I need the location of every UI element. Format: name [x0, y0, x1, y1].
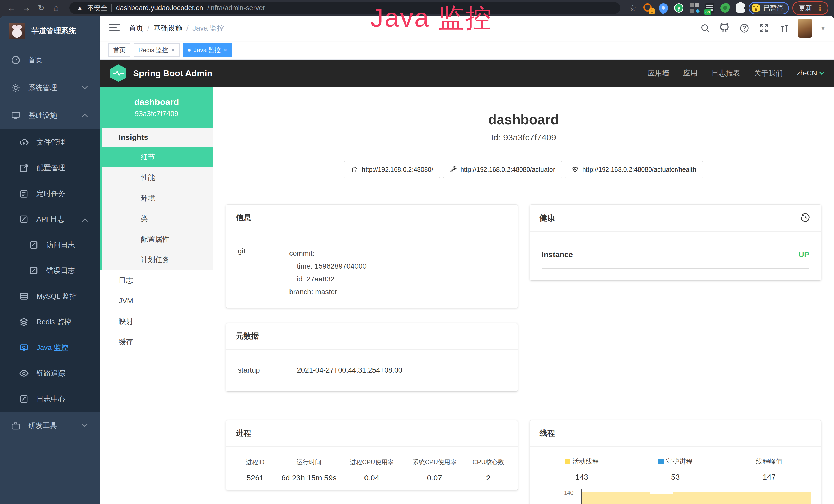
sidebar-logo[interactable]: 芋道管理系统 [0, 16, 100, 46]
active-dot [188, 48, 191, 52]
breadcrumb-home[interactable]: 首页 [129, 23, 143, 33]
legend-daemon-threads: 守护进程 53 [629, 457, 722, 481]
tab-home[interactable]: 首页 [108, 43, 130, 57]
sidebar-item-system[interactable]: 系统管理 [0, 74, 100, 102]
tab-redis-monitor[interactable]: Redis 监控 × [134, 43, 179, 57]
sidebar-item-api-log[interactable]: API 日志 [0, 206, 100, 232]
menu-item-jvm[interactable]: JVM [100, 291, 213, 311]
sidebar-item-access-log[interactable]: 访问日志 [0, 232, 100, 258]
breadcrumb-current: Java 监控 [193, 23, 224, 33]
legend-peak-threads: 线程峰值 147 [722, 457, 816, 481]
info-card-title: 信息 [226, 205, 518, 231]
sidebar-item-file-management[interactable]: 文件管理 [0, 130, 100, 155]
app-window: 芋道管理系统 首页 系统管理 基础设施 文件管理 [0, 16, 834, 504]
sidebar-item-mysql-monitor[interactable]: MySQL 监控 [0, 283, 100, 309]
threads-legend: 活动线程 143 守护进程 53 线程峰值 14 [535, 457, 816, 481]
health-url-button[interactable]: http://192.168.0.2:48080/actuator/health [565, 161, 703, 178]
process-card: 进程 进程ID 5261 运行时间 6d 23h 15m 59s [226, 420, 518, 490]
menu-item-mappings[interactable]: 映射 [100, 311, 213, 332]
menu-item-caches[interactable]: 缓存 [100, 332, 213, 352]
menu-item-classes[interactable]: 类 [102, 208, 213, 229]
extensions-puzzle-icon[interactable] [736, 3, 745, 13]
metadata-row-value: 2021-04-27T00:44:31.254+08:00 [297, 366, 402, 374]
tick-mark [575, 493, 579, 494]
sba-nav-journal[interactable]: 日志报表 [711, 68, 740, 78]
close-icon[interactable]: × [224, 47, 227, 53]
sidebar-item-error-log[interactable]: 错误日志 [0, 258, 100, 283]
browser-home-button[interactable]: ⌂ [50, 3, 62, 13]
live-threads-area [581, 492, 812, 504]
help-icon[interactable] [739, 23, 749, 33]
info-card-body: git commit: time: 1596289704000 id: 27aa… [226, 231, 518, 322]
threads-card: 线程 活动线程 143 守护进程 53 [530, 420, 821, 504]
sba-brand-title[interactable]: Spring Boot Admin [133, 68, 212, 78]
browser-reload-button[interactable]: ↻ [36, 3, 47, 13]
health-card: 健康 Instance UP [530, 205, 821, 280]
eye-icon [19, 368, 29, 378]
url-path: /infra/admin-server [207, 4, 265, 12]
menu-item-environment[interactable]: 环境 [102, 188, 213, 208]
process-cpu-column: 进程CPU使用率 0.04 [340, 458, 403, 482]
sidebar-item-redis-monitor[interactable]: Redis 监控 [0, 309, 100, 335]
sidebar-item-home[interactable]: 首页 [0, 46, 100, 74]
url-host: dashboard.yudao.iocoder.cn [116, 4, 203, 12]
sidebar-item-log-center[interactable]: 日志中心 [0, 386, 100, 412]
health-card-header: 健康 [530, 205, 821, 232]
menu-group-insights[interactable]: Insights [102, 128, 213, 147]
hamburger-icon[interactable] [109, 24, 120, 32]
sba-nav-wallboard[interactable]: 应用墙 [648, 68, 670, 78]
sba-nav-about[interactable]: 关于我们 [754, 68, 783, 78]
extension-colorzilla-icon[interactable]: 1 [643, 3, 653, 13]
browser-back-button[interactable]: ← [6, 3, 17, 13]
sidebar-item-scheduled-jobs[interactable]: 定时任务 [0, 181, 100, 206]
edit-square-icon [19, 163, 29, 173]
github-icon[interactable] [720, 23, 730, 33]
log-edit-icon [29, 240, 39, 250]
menu-item-details[interactable]: 细节 [100, 147, 213, 167]
sba-nav-applications[interactable]: 应用 [683, 68, 698, 78]
avatar-caret-icon[interactable]: ▾ [821, 24, 825, 32]
menu-item-logging[interactable]: 日志 [100, 270, 213, 291]
extension-y-icon[interactable] [674, 3, 683, 13]
sba-locale-select[interactable]: zh-CN [797, 69, 824, 77]
extension-pin-icon[interactable] [657, 2, 670, 15]
address-bar[interactable]: ▲ 不安全 dashboard.yudao.iocoder.cn/infra/a… [69, 2, 620, 14]
menu-item-metrics[interactable]: 性能 [102, 167, 213, 188]
search-icon[interactable] [700, 23, 710, 33]
sidebar-item-infrastructure[interactable]: 基础设施 [0, 102, 100, 130]
close-icon[interactable]: × [171, 47, 175, 53]
service-url-button[interactable]: http://192.168.0.2:48080/ [344, 161, 440, 178]
history-icon[interactable] [800, 212, 811, 224]
sidebar-item-config-management[interactable]: 配置管理 [0, 155, 100, 181]
instance-header[interactable]: dashboard 93a3fc7f7409 [100, 87, 213, 128]
browser-menu-icon[interactable]: ⋮ [816, 5, 824, 11]
chrome-update-button[interactable]: 更新 ⋮ [792, 1, 828, 15]
user-avatar[interactable] [798, 19, 812, 38]
bookmark-star-icon[interactable]: ☆ [628, 3, 637, 13]
breadcrumb-infrastructure[interactable]: 基础设施 [154, 23, 182, 33]
extension-leaf-icon[interactable] [721, 3, 730, 13]
actuator-url-button[interactable]: http://192.168.0.2:48080/actuator [443, 161, 562, 178]
menu-item-config-props[interactable]: 配置属性 [102, 229, 213, 250]
font-size-icon[interactable] [778, 23, 789, 33]
browser-forward-button[interactable]: → [21, 3, 32, 13]
divider [289, 307, 506, 308]
database-icon [19, 292, 29, 301]
sidebar-item-java-monitor[interactable]: Java 监控 [0, 335, 100, 361]
extension-list-icon[interactable]: on [705, 3, 714, 13]
cards-right-column: 健康 Instance UP [530, 205, 821, 504]
fullscreen-icon[interactable] [759, 23, 769, 33]
menu-item-scheduled-tasks[interactable]: 计划任务 [102, 250, 213, 270]
sidebar-item-dev-tools[interactable]: 研发工具 [0, 412, 100, 439]
sidebar-item-tracing[interactable]: 链路追踪 [0, 361, 100, 386]
status-badge: UP [798, 250, 809, 259]
tab-java-monitor[interactable]: Java 监控 × [183, 43, 232, 57]
instance-links: http://192.168.0.2:48080/ http://192.168… [213, 161, 834, 178]
spring-boot-admin-logo[interactable] [110, 65, 126, 82]
navbar-actions: ▾ [700, 19, 825, 38]
extension-grid-icon[interactable] [690, 3, 699, 13]
profile-avatar-emoji [751, 4, 760, 12]
profile-paused-badge[interactable]: 已暂停 [749, 2, 789, 15]
process-card-body: 进程ID 5261 运行时间 6d 23h 15m 59s 进程CPU使用率 0… [226, 447, 518, 497]
threads-card-title: 线程 [530, 420, 821, 447]
